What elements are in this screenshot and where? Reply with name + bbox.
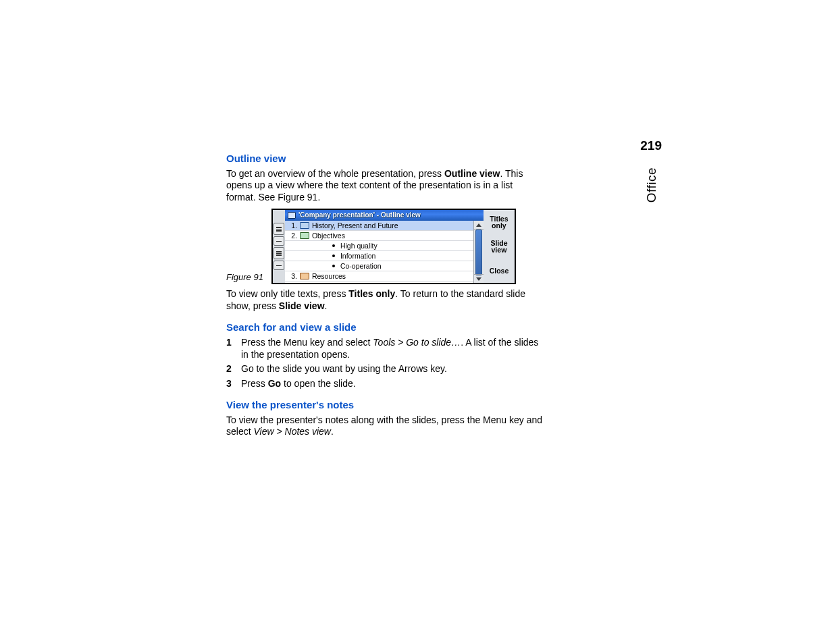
outline-list: 1. History, Present and Future 2. Object… (285, 221, 473, 283)
bold-text: Slide view (279, 300, 325, 311)
outline-row[interactable]: 2. Objectives (285, 230, 473, 240)
step-text: Press Go to open the slide. (241, 378, 356, 390)
step-number: 3 (226, 378, 234, 390)
step-number: 2 (226, 363, 234, 375)
text: . (325, 300, 328, 311)
device-left-buttons (273, 210, 285, 283)
heading-outline-view: Outline view (226, 153, 544, 165)
step-list: 1 Press the Menu key and select Tools > … (226, 337, 544, 390)
step-text: Press the Menu key and select Tools > Go… (241, 337, 544, 360)
slide-icon (300, 273, 309, 279)
figure-caption: Figure 91 (226, 272, 263, 284)
bullet-icon (332, 244, 335, 247)
row-number: 3. (288, 272, 297, 281)
window-titlebar: 'Company presentation' - Outline view (285, 210, 484, 221)
scrollbar[interactable] (473, 221, 484, 283)
bold-text: Go (268, 378, 281, 389)
row-text: History, Present and Future (312, 221, 398, 230)
toolbar-icon (273, 247, 284, 259)
row-text: High quality (340, 242, 377, 250)
row-text: Budget and Profits (312, 282, 370, 284)
paragraph: To view only title texts, press Titles o… (226, 288, 544, 312)
toolbar-icon (273, 236, 284, 246)
section-label: Office (644, 167, 659, 203)
toolbar-icon (273, 223, 284, 235)
main-content: Outline view To get an overview of the w… (226, 153, 544, 442)
step-number: 1 (226, 337, 234, 360)
outline-row[interactable]: 4. Budget and Profits (285, 281, 473, 283)
paragraph: To view the presenter's notes along with… (226, 414, 544, 438)
slide-icon (300, 222, 309, 229)
text: to open the slide. (281, 378, 356, 389)
outline-subrow[interactable]: Information (285, 250, 473, 261)
softkey-slide-view[interactable]: Slide view (484, 234, 515, 259)
scrollbar-thumb[interactable] (475, 230, 482, 275)
scroll-up-icon[interactable] (474, 221, 484, 230)
heading-search-slide: Search for and view a slide (226, 321, 544, 334)
figure-screenshot: 'Company presentation' - Outline view 1.… (271, 209, 516, 284)
row-text: Objectives (312, 232, 345, 240)
window-title: 'Company presentation' - Outline view (298, 211, 421, 220)
bullet-icon (332, 265, 335, 267)
page-number: 219 (640, 138, 662, 153)
outline-row[interactable]: 1. History, Present and Future (285, 221, 473, 230)
italic-text: View > Notes view (253, 426, 331, 437)
slide-icon (300, 232, 309, 239)
toolbar-icon (273, 261, 284, 270)
scroll-down-icon[interactable] (474, 274, 484, 283)
step-item: 2 Go to the slide you want by using the … (226, 363, 544, 375)
text: . (331, 426, 334, 437)
row-number: 4. (288, 282, 297, 284)
row-text: Resources (312, 272, 346, 281)
step-item: 1 Press the Menu key and select Tools > … (226, 337, 544, 360)
softkey-close[interactable]: Close (484, 259, 515, 283)
step-text: Go to the slide you want by using the Ar… (241, 363, 447, 375)
text: To view only title texts, press (226, 288, 348, 299)
row-text: Information (340, 252, 376, 261)
bold-text: Titles only (348, 288, 395, 299)
bullet-icon (332, 254, 335, 257)
italic-text: Tools > Go to slide… (373, 337, 461, 348)
row-text: Co-operation (340, 262, 382, 271)
softkey-titles-only[interactable]: Titles only (484, 210, 515, 234)
heading-presenter-notes: View the presenter's notes (226, 399, 544, 412)
step-item: 3 Press Go to open the slide. (226, 378, 544, 390)
paragraph: To get an overview of the whole presenta… (226, 168, 544, 204)
text: Press (241, 378, 268, 389)
text: To get an overview of the whole presenta… (226, 168, 444, 179)
row-number: 1. (288, 221, 297, 230)
softkey-panel: Titles only Slide view Close (484, 210, 515, 283)
outline-subrow[interactable]: Co-operation (285, 261, 473, 271)
outline-subrow[interactable]: High quality (285, 240, 473, 250)
app-icon (288, 212, 296, 219)
row-number: 2. (288, 232, 297, 240)
outline-row[interactable]: 3. Resources (285, 271, 473, 281)
bold-text: Outline view (444, 168, 500, 179)
text: Press the Menu key and select (241, 337, 373, 348)
